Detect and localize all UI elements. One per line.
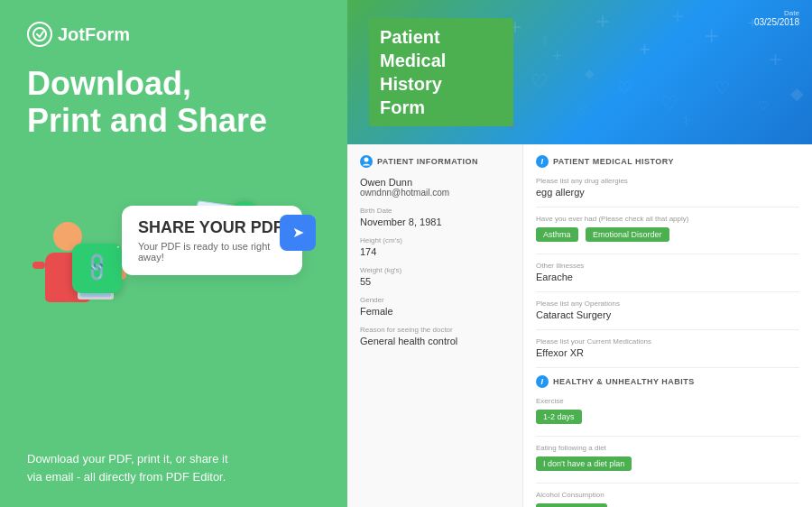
gender-label: Gender bbox=[360, 296, 510, 304]
svg-text:◆: ◆ bbox=[585, 66, 595, 80]
diet-label: Eating following a diet bbox=[536, 444, 799, 452]
alcohol-field: Alcohol Consumption 3-4 glasses/day bbox=[536, 491, 799, 507]
medical-history-column: i PATIENT MEDICAL HISTORY Please list an… bbox=[523, 144, 812, 507]
illustration: 🔗 ✓ SHARE YOUR PDF Your PDF is ready to … bbox=[27, 158, 320, 302]
conditions-label: Have you ever had (Please check all that… bbox=[536, 215, 799, 223]
svg-point-0 bbox=[33, 28, 46, 41]
height-field: Height (cm's) 174 bbox=[360, 236, 510, 257]
jotform-logo-icon bbox=[27, 22, 52, 47]
divider bbox=[536, 367, 799, 368]
svg-text:♡: ♡ bbox=[617, 78, 632, 97]
patient-icon bbox=[360, 155, 373, 168]
patient-name-field: Owen Dunn owndnn@hotmail.com bbox=[360, 177, 510, 198]
diet-field: Eating following a diet I don't have a d… bbox=[536, 444, 799, 474]
drug-label: Please list any drug allergies bbox=[536, 177, 799, 185]
svg-text:+: + bbox=[552, 46, 562, 65]
drug-value: egg allergy bbox=[536, 187, 799, 198]
drug-allergy-field: Please list any drug allergies egg aller… bbox=[536, 177, 799, 198]
svg-text:♡: ♡ bbox=[715, 78, 730, 97]
exercise-label: Exercise bbox=[536, 397, 799, 405]
share-button[interactable]: ➤ bbox=[280, 215, 316, 251]
svg-text:+: + bbox=[639, 38, 651, 60]
share-box-sub: Your PDF is ready to use right away! bbox=[138, 241, 286, 263]
link-box: 🔗 bbox=[72, 244, 122, 293]
medications-value: Effexor XR bbox=[536, 347, 799, 358]
reason-label: Reason for seeing the doctor bbox=[360, 326, 510, 334]
alcohol-tag: 3-4 glasses/day bbox=[536, 503, 607, 507]
left-panel: JotForm Download, Print and Share 🔗 bbox=[0, 0, 347, 507]
headline: Download, Print and Share bbox=[27, 65, 320, 140]
share-box: SHARE YOUR PDF Your PDF is ready to use … bbox=[122, 206, 302, 275]
form-document: Patient Medical History Form Date 03/25/… bbox=[347, 0, 812, 507]
svg-text:♡: ♡ bbox=[574, 102, 587, 119]
share-box-title: SHARE YOUR PDF bbox=[138, 218, 286, 237]
condition-tag-emotional: Emotional Disorder bbox=[586, 227, 669, 242]
height-label: Height (cm's) bbox=[360, 236, 510, 244]
person-arm-left bbox=[32, 262, 45, 269]
svg-text:♡: ♡ bbox=[660, 92, 678, 115]
alcohol-label: Alcohol Consumption bbox=[536, 491, 799, 499]
diet-tag: I don't have a diet plan bbox=[536, 456, 632, 471]
exercise-field: Exercise 1-2 days bbox=[536, 397, 799, 427]
svg-text:+: + bbox=[671, 4, 684, 28]
divider bbox=[536, 207, 799, 207]
other-value: Earache bbox=[536, 272, 799, 282]
logo-text: JotForm bbox=[58, 24, 130, 45]
divider bbox=[536, 254, 799, 254]
exercise-tag: 1-2 days bbox=[536, 410, 582, 424]
svg-text:+: + bbox=[769, 47, 781, 71]
operations-value: Cataract Surgery bbox=[536, 309, 799, 320]
form-date: Date 03/25/2018 bbox=[754, 9, 799, 27]
other-label: Other Illnesses bbox=[536, 262, 799, 270]
reason-field: Reason for seeing the doctor General hea… bbox=[360, 326, 510, 346]
right-panel: Patient Medical History Form Date 03/25/… bbox=[347, 0, 812, 507]
divider bbox=[536, 483, 799, 484]
weight-label: Weight (kg's) bbox=[360, 266, 510, 274]
form-header: Patient Medical History Form Date 03/25/… bbox=[347, 0, 812, 144]
svg-text:♡: ♡ bbox=[531, 70, 549, 93]
svg-text:⚕: ⚕ bbox=[541, 33, 549, 48]
form-title: Patient Medical History Form bbox=[369, 18, 513, 126]
svg-text:⚕: ⚕ bbox=[682, 113, 690, 130]
other-illness-field: Other Illnesses Earache bbox=[536, 262, 799, 282]
link-icon: 🔗 bbox=[80, 252, 114, 285]
share-arrow-icon: ➤ bbox=[292, 224, 304, 241]
height-value: 174 bbox=[360, 246, 510, 257]
patient-email: owndnn@hotmail.com bbox=[360, 188, 510, 198]
patient-section-title: PATIENT INFORMATION bbox=[360, 155, 510, 168]
medical-icon: i bbox=[536, 155, 549, 168]
conditions-field: Have you ever had (Please check all that… bbox=[536, 215, 799, 244]
form-body: PATIENT INFORMATION Owen Dunn owndnn@hot… bbox=[347, 144, 812, 507]
divider bbox=[536, 436, 799, 437]
logo-area: JotForm bbox=[27, 22, 320, 47]
gender-value: Female bbox=[360, 306, 510, 317]
svg-text:+: + bbox=[704, 22, 719, 51]
patient-info-column: PATIENT INFORMATION Owen Dunn owndnn@hot… bbox=[347, 144, 523, 507]
medications-field: Please list your Current Medications Eff… bbox=[536, 337, 799, 358]
svg-text:+: + bbox=[595, 7, 609, 34]
condition-tag-asthma: Asthma bbox=[536, 227, 578, 242]
bottom-text: Download your PDF, print it, or share it… bbox=[27, 450, 320, 485]
operations-field: Please list any Operations Cataract Surg… bbox=[536, 300, 799, 320]
weight-field: Weight (kg's) 55 bbox=[360, 266, 510, 287]
birth-date-value: November 8, 1981 bbox=[360, 217, 510, 227]
conditions-tags: Asthma Emotional Disorder bbox=[536, 225, 799, 244]
habits-icon: i bbox=[536, 375, 549, 388]
gender-field: Gender Female bbox=[360, 296, 510, 317]
birth-date-label: Birth Date bbox=[360, 207, 510, 215]
divider bbox=[536, 329, 799, 330]
svg-point-20 bbox=[364, 158, 369, 162]
reason-value: General health control bbox=[360, 336, 510, 346]
operations-label: Please list any Operations bbox=[536, 300, 799, 308]
patient-name: Owen Dunn bbox=[360, 177, 510, 188]
medical-section-title: i PATIENT MEDICAL HISTORY bbox=[536, 155, 799, 168]
birth-date-field: Birth Date November 8, 1981 bbox=[360, 207, 510, 227]
divider bbox=[536, 291, 799, 292]
habits-section-title: i HEALTHY & UNHEALTHY HABITS bbox=[536, 375, 799, 388]
svg-text:◆: ◆ bbox=[790, 84, 804, 103]
svg-text:♡: ♡ bbox=[758, 98, 770, 113]
medications-label: Please list your Current Medications bbox=[536, 337, 799, 346]
weight-value: 55 bbox=[360, 276, 510, 287]
